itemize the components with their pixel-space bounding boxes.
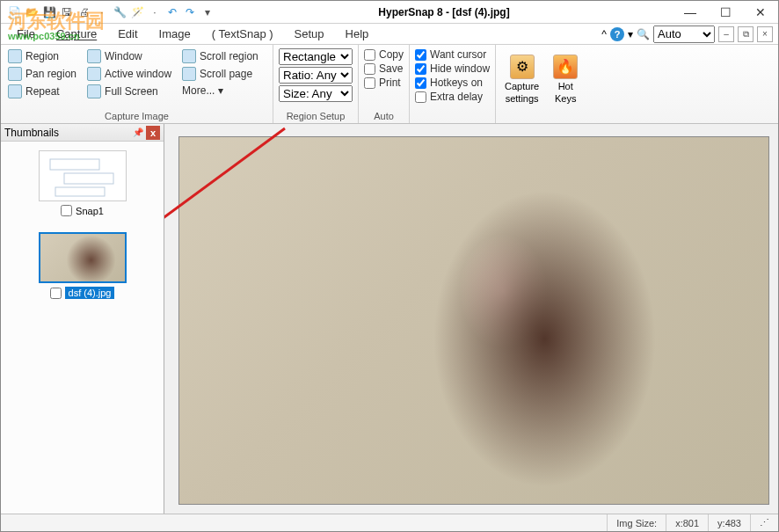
full-screen-button[interactable]: Full Screen: [85, 84, 173, 99]
thumbnail-image: [39, 232, 127, 283]
scroll-region-button[interactable]: Scroll region: [180, 48, 260, 64]
menu-file[interactable]: File: [6, 26, 46, 42]
repeat-button[interactable]: Repeat: [6, 84, 78, 99]
hide-window-checkbox[interactable]: Hide window: [415, 62, 490, 75]
thumb-checkbox[interactable]: [50, 288, 62, 299]
thumbnails-list: Snap1 dsf (4).jpg: [1, 142, 164, 308]
repeat-icon: [8, 84, 22, 98]
toolbar-btn-3[interactable]: ×: [757, 26, 773, 42]
ribbon-group-options: Want cursor Hide window Hotkeys on Extra…: [410, 45, 496, 123]
thumbnails-title: Thumbnails: [4, 127, 130, 139]
ribbon-group-region-setup: Rectangle Ratio: Any Size: Any Region Se…: [273, 45, 359, 123]
redo-icon[interactable]: ↷: [182, 4, 198, 20]
fullscreen-icon: [87, 84, 101, 98]
menu-edit[interactable]: Edit: [107, 26, 148, 42]
ribbon-group-label: Region Setup: [279, 109, 353, 123]
ribbon-group-capture-image: Region Pan region Repeat Window Active w…: [1, 45, 273, 123]
title-bar: 📄 📂 💾 🖫 🖨 · 🔧 🪄 · ↶ ↷ ▾ HyperSnap 8 - [d…: [1, 1, 778, 24]
thumb-label: dsf (4).jpg: [65, 287, 115, 299]
menu-textsnap[interactable]: ( TextSnap ): [201, 26, 284, 42]
print-checkbox[interactable]: Print: [364, 77, 404, 89]
thumbnails-header: Thumbnails 📌 x: [1, 124, 164, 142]
ribbon-group-label: [415, 109, 490, 123]
capture-settings-icon: ⚙: [510, 55, 535, 79]
new-icon[interactable]: 📄: [6, 4, 22, 20]
status-resize-grip[interactable]: ⋰: [750, 514, 778, 531]
qat-dropdown-icon[interactable]: ▾: [200, 4, 215, 20]
active-window-icon: [87, 67, 101, 81]
scroll-page-icon: [182, 67, 196, 81]
ribbon: Region Pan region Repeat Window Active w…: [1, 45, 778, 124]
help-icon[interactable]: ?: [610, 27, 624, 41]
sep: ·: [94, 4, 110, 20]
content-area: Thumbnails 📌 x Snap1 dsf (4).jpg: [1, 124, 778, 514]
displayed-image: [179, 137, 768, 504]
status-img-size-label: Img Size:: [607, 514, 666, 531]
menu-setup[interactable]: Setup: [284, 26, 335, 42]
hot-keys-button[interactable]: 🔥 Hot Keys: [550, 53, 581, 106]
active-window-button[interactable]: Active window: [85, 66, 173, 82]
pan-region-icon: [8, 67, 22, 81]
window-title: HyperSnap 8 - [dsf (4).jpg]: [215, 6, 673, 18]
menu-help[interactable]: Help: [335, 26, 380, 42]
sep2: ·: [147, 4, 163, 20]
svg-rect-2: [55, 187, 105, 196]
window-button[interactable]: Window: [85, 48, 173, 64]
status-x: x:801: [666, 514, 708, 531]
ribbon-group-label: Auto: [364, 109, 404, 123]
thumbnail-item[interactable]: Snap1: [10, 150, 155, 216]
save-checkbox[interactable]: Save: [364, 62, 404, 75]
status-bar: Img Size: x:801 y:483 ⋰: [1, 514, 778, 531]
menu-image[interactable]: Image: [149, 26, 201, 42]
toolbar-btn-1[interactable]: –: [718, 26, 734, 42]
copy-checkbox[interactable]: Copy: [364, 48, 404, 61]
ribbon-group-capture-settings: ⚙ Capture settings 🔥 Hot Keys: [496, 45, 586, 123]
close-button[interactable]: ✕: [743, 1, 778, 24]
size-select[interactable]: Size: Any: [279, 85, 353, 102]
close-panel-icon[interactable]: x: [146, 126, 160, 140]
save-icon[interactable]: 💾: [41, 4, 57, 20]
pan-region-button[interactable]: Pan region: [6, 66, 78, 82]
svg-rect-1: [64, 173, 113, 184]
menu-capture[interactable]: Capture: [46, 26, 107, 42]
region-icon: [8, 49, 22, 63]
menu-bar: File Capture Edit Image ( TextSnap ) Set…: [1, 24, 778, 45]
window-controls: — ☐ ✕: [673, 1, 778, 24]
ribbon-group-label: Capture Image: [6, 109, 267, 123]
chevron-up-icon[interactable]: ^: [601, 28, 607, 40]
image-frame: [178, 136, 769, 505]
canvas-area[interactable]: [164, 124, 778, 514]
window-icon: [87, 49, 101, 63]
scroll-page-button[interactable]: Scroll page: [180, 66, 260, 82]
thumbnail-image: [39, 150, 127, 201]
ratio-select[interactable]: Ratio: Any: [279, 67, 353, 84]
status-y: y:483: [708, 514, 750, 531]
thumb-label: Snap1: [76, 206, 104, 216]
extra-delay-checkbox[interactable]: Extra delay: [415, 91, 490, 103]
tool1-icon[interactable]: 🔧: [112, 4, 127, 20]
svg-rect-0: [50, 159, 99, 170]
region-button[interactable]: Region: [6, 48, 78, 64]
want-cursor-checkbox[interactable]: Want cursor: [415, 48, 490, 61]
minimize-button[interactable]: —: [673, 1, 708, 24]
quick-access-toolbar: 📄 📂 💾 🖫 🖨 · 🔧 🪄 · ↶ ↷ ▾: [1, 4, 215, 20]
ribbon-group-auto: Copy Save Print Auto: [359, 45, 410, 123]
pin-icon[interactable]: 📌: [130, 128, 146, 137]
shape-select[interactable]: Rectangle: [279, 48, 353, 65]
capture-settings-button[interactable]: ⚙ Capture settings: [501, 53, 542, 106]
more-button[interactable]: More... ▾: [180, 84, 260, 98]
dropdown-icon[interactable]: ▾: [628, 28, 633, 40]
thumbnail-item-selected[interactable]: dsf (4).jpg: [10, 232, 155, 299]
maximize-button[interactable]: ☐: [708, 1, 743, 24]
toolbar-btn-2[interactable]: ⧉: [738, 26, 754, 42]
scroll-region-icon: [182, 49, 196, 63]
search-icon[interactable]: 🔍: [637, 28, 650, 40]
zoom-select[interactable]: Auto: [653, 26, 715, 43]
open-icon[interactable]: 📂: [24, 4, 40, 20]
print-icon[interactable]: 🖨: [76, 4, 92, 20]
hotkeys-on-checkbox[interactable]: Hotkeys on: [415, 77, 490, 89]
save2-icon[interactable]: 🖫: [59, 4, 75, 20]
undo-icon[interactable]: ↶: [164, 4, 180, 20]
tool2-icon[interactable]: 🪄: [129, 4, 145, 20]
thumb-checkbox[interactable]: [61, 205, 72, 216]
